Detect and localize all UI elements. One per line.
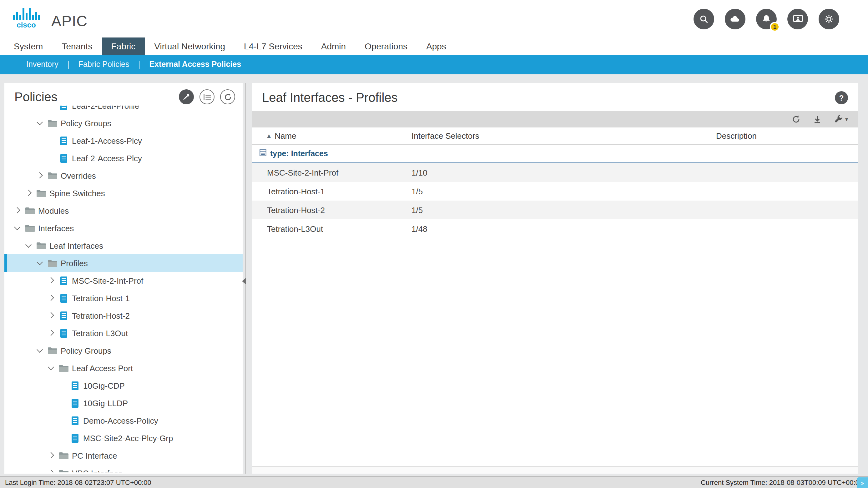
chevron-down-icon[interactable]: [35, 119, 44, 127]
bell-icon[interactable]: 1: [756, 8, 777, 29]
column-header-name[interactable]: ▲ Name: [252, 131, 411, 140]
chevron-right-icon[interactable]: [12, 206, 21, 215]
cell-name: Tetration-L3Out: [252, 224, 411, 233]
table-group-row[interactable]: type: Interfaces: [252, 145, 858, 163]
tab-system[interactable]: System: [4, 37, 52, 55]
tree-item-interfaces[interactable]: Interfaces: [4, 219, 243, 237]
tree-item-label: Leaf Interfaces: [50, 241, 103, 250]
folder-icon: [36, 241, 46, 250]
tree-item-label: Policy Groups: [61, 119, 111, 128]
tab-fabric[interactable]: Fabric: [102, 37, 145, 55]
collapse-group-icon[interactable]: [259, 149, 267, 158]
policy-doc-icon: [58, 293, 69, 303]
chevron-down-icon: ▾: [845, 116, 848, 123]
chevron-right-icon[interactable]: [24, 189, 33, 197]
tree-item-leaf-access-port[interactable]: Leaf Access Port: [4, 359, 243, 377]
cell-name: MSC-Site-2-Int-Prof: [252, 168, 411, 177]
cell-name: Tetration-Host-1: [252, 187, 411, 196]
tree-item-leaf-2-leaf-profile[interactable]: Leaf-2-Leaf-Profile: [4, 106, 243, 115]
tree-item-10gig-lldp[interactable]: 10Gig-LLDP: [4, 394, 243, 412]
column-header-interface-selectors[interactable]: Interface Selectors: [411, 131, 615, 140]
help-icon[interactable]: ?: [835, 91, 848, 104]
subnav-item-external-access-policies[interactable]: External Access Policies: [139, 55, 251, 74]
tree-item-label: Tetration-L3Out: [72, 328, 128, 338]
chevron-right-icon[interactable]: [35, 171, 44, 180]
gear-icon[interactable]: [818, 8, 839, 29]
table-row-msc-site-2-int-prof[interactable]: MSC-Site-2-Int-Prof1/10: [252, 163, 858, 182]
tree-item-label: Leaf Access Port: [72, 363, 133, 373]
tree-item-pc-interface[interactable]: PC Interface: [4, 447, 243, 464]
tab-admin[interactable]: Admin: [312, 37, 355, 55]
tree-item-msc-site2-acc-plcy-grp[interactable]: MSC-Site2-Acc-Plcy-Grp: [4, 429, 243, 447]
tree-item-leaf-1-access-plcy[interactable]: Leaf-1-Access-Plcy: [4, 132, 243, 149]
list-icon[interactable]: [199, 89, 215, 104]
table-row-tetration-l3out[interactable]: Tetration-L3Out1/48: [252, 219, 858, 238]
tree-item-policy-groups[interactable]: Policy Groups: [4, 342, 243, 359]
collapse-panel-icon[interactable]: [242, 278, 246, 284]
download-icon[interactable]: [813, 115, 822, 124]
tree-item-demo-access-policy[interactable]: Demo-Access-Policy: [4, 412, 243, 429]
tree-item-tetration-l3out[interactable]: Tetration-L3Out: [4, 324, 243, 342]
workspace: Policies Leaf-2-Leaf-ProfilePolicy Group…: [0, 74, 868, 476]
tree-item-vpc-interface[interactable]: VPC Interface: [4, 464, 243, 473]
tree-item-modules[interactable]: Modules: [4, 202, 243, 219]
chevron-right-icon[interactable]: [46, 329, 55, 337]
chevron-down-icon[interactable]: [24, 241, 33, 250]
chevron-down-icon[interactable]: [46, 364, 55, 372]
cell-interface-selectors: 1/10: [411, 168, 615, 177]
refresh-icon[interactable]: [792, 115, 801, 124]
tab-operations[interactable]: Operations: [355, 37, 417, 55]
chevron-right-icon[interactable]: [46, 451, 55, 460]
tree-item-label: Interfaces: [38, 223, 74, 233]
group-label: type: Interfaces: [270, 149, 328, 158]
tree-item-msc-site-2-int-prof[interactable]: MSC-Site-2-Int-Prof: [4, 272, 243, 289]
chevron-right-icon[interactable]: [46, 276, 55, 285]
tree-item-leaf-2-access-plcy[interactable]: Leaf-2-Access-Plcy: [4, 149, 243, 167]
apic-window: cisco APIC 1 SystemTenants: [0, 0, 868, 488]
horizontal-scrollbar[interactable]: [252, 466, 858, 474]
chevrons-icon: »: [861, 481, 864, 486]
policies-title: Policies: [14, 90, 58, 104]
cloud-icon[interactable]: [725, 8, 745, 29]
chevron-right-icon[interactable]: [46, 311, 55, 320]
tab-l4-l7-services[interactable]: L4-L7 Services: [235, 37, 312, 55]
chevron-spacer: [46, 154, 55, 162]
cisco-logo-icon: cisco: [13, 7, 42, 30]
policy-doc-icon: [58, 106, 69, 110]
policy-doc-icon: [58, 136, 69, 145]
tools-icon[interactable]: ▾: [835, 115, 848, 124]
policy-tree: Leaf-2-Leaf-ProfilePolicy GroupsLeaf-1-A…: [4, 106, 243, 473]
refresh-icon[interactable]: [220, 89, 235, 104]
chevron-down-icon[interactable]: [12, 224, 21, 232]
tree-item-leaf-interfaces[interactable]: Leaf Interfaces: [4, 237, 243, 254]
table-header: ▲ Name Interface Selectors Description: [252, 127, 858, 145]
table-row-tetration-host-1[interactable]: Tetration-Host-11/5: [252, 182, 858, 201]
tree-item-profiles[interactable]: Profiles: [4, 254, 243, 272]
tree-item-policy-groups[interactable]: Policy Groups: [4, 115, 243, 132]
table-row-tetration-host-2[interactable]: Tetration-Host-21/5: [252, 201, 858, 219]
pin-icon[interactable]: [179, 89, 194, 104]
tree-item-overrides[interactable]: Overrides: [4, 167, 243, 184]
search-icon[interactable]: [693, 8, 714, 29]
tab-virtual-networking[interactable]: Virtual Networking: [145, 37, 235, 55]
subnav-item-fabric-policies[interactable]: Fabric Policies: [68, 55, 140, 74]
tab-apps[interactable]: Apps: [417, 37, 456, 55]
policies-panel: Policies Leaf-2-Leaf-ProfilePolicy Group…: [4, 83, 243, 474]
folder-icon: [24, 206, 35, 215]
tree-item-10gig-cdp[interactable]: 10Gig-CDP: [4, 377, 243, 394]
policies-header-icons: [179, 89, 235, 104]
tree-item-tetration-host-2[interactable]: Tetration-Host-2: [4, 307, 243, 324]
subnav-item-inventory[interactable]: Inventory: [16, 55, 68, 74]
tab-tenants[interactable]: Tenants: [52, 37, 102, 55]
chevron-down-icon[interactable]: [35, 259, 44, 267]
tree-item-tetration-host-1[interactable]: Tetration-Host-1: [4, 289, 243, 307]
column-header-label: Name: [275, 131, 296, 140]
feedback-icon[interactable]: [787, 8, 808, 29]
tree-item-spine-switches[interactable]: Spine Switches: [4, 184, 243, 202]
cell-interface-selectors: 1/5: [411, 205, 615, 215]
column-header-description[interactable]: Description: [615, 131, 858, 140]
show-me-how-button[interactable]: » Show me how: [857, 477, 868, 488]
chevron-down-icon[interactable]: [35, 346, 44, 355]
chevron-right-icon[interactable]: [46, 468, 55, 473]
chevron-right-icon[interactable]: [46, 294, 55, 302]
